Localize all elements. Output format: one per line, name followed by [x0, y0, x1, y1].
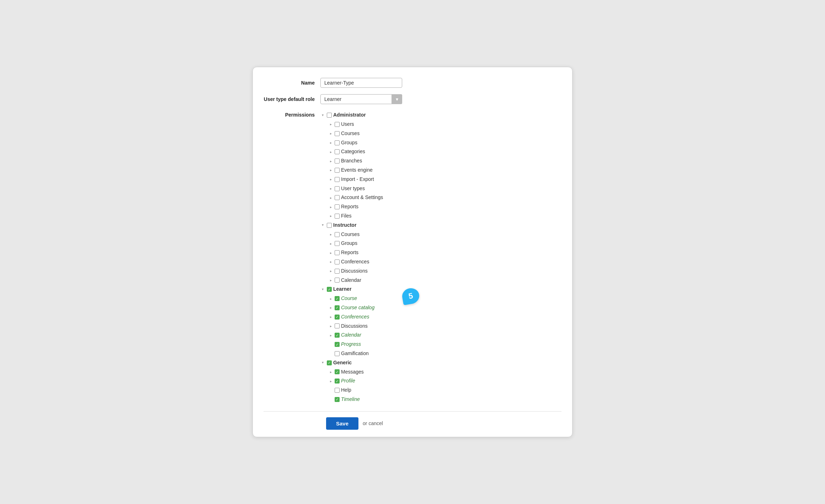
- courses-inst-checkbox[interactable]: [335, 232, 340, 237]
- help-checkbox[interactable]: [335, 388, 340, 393]
- calendar-learner-checkbox[interactable]: [335, 333, 340, 338]
- conferences-learner-checkbox[interactable]: [335, 315, 340, 320]
- gamification-checkbox[interactable]: [335, 351, 340, 356]
- admin-node[interactable]: Administrator: [320, 111, 561, 120]
- calendar-inst-checkbox[interactable]: [335, 278, 340, 283]
- progress-node[interactable]: Progress: [328, 340, 561, 349]
- branches-node[interactable]: Branches: [328, 156, 561, 166]
- footer-row: Save or cancel: [264, 417, 561, 430]
- course-catalog-label: Course catalog: [341, 304, 374, 312]
- branches-label: Branches: [341, 157, 362, 165]
- discussions-learner-node[interactable]: Discussions: [328, 322, 561, 331]
- conferences-inst-arrow-icon: [328, 259, 333, 264]
- reports-admin-node[interactable]: Reports: [328, 202, 561, 211]
- reports-inst-checkbox[interactable]: [335, 250, 340, 255]
- usertypes-node[interactable]: User types: [328, 184, 561, 193]
- help-node[interactable]: Help: [328, 386, 561, 395]
- courses-admin-checkbox[interactable]: [335, 131, 340, 136]
- calendar-inst-node[interactable]: Calendar: [328, 276, 561, 285]
- discussions-inst-label: Discussions: [341, 267, 368, 275]
- files-node[interactable]: Files: [328, 211, 561, 221]
- groups-admin-node[interactable]: Groups: [328, 138, 561, 148]
- generic-arrow-icon: [320, 360, 325, 365]
- profile-checkbox[interactable]: [335, 379, 340, 384]
- course-catalog-checkbox[interactable]: [335, 305, 340, 310]
- timeline-label: Timeline: [341, 395, 360, 404]
- discussions-inst-node[interactable]: Discussions: [328, 267, 561, 276]
- discussions-inst-checkbox[interactable]: [335, 269, 340, 274]
- course-catalog-node[interactable]: Course catalog: [328, 303, 561, 312]
- courses-admin-arrow-icon: [328, 131, 333, 136]
- progress-label: Progress: [341, 340, 361, 349]
- conferences-learner-node[interactable]: Conferences: [328, 312, 561, 322]
- categories-arrow-icon: [328, 149, 333, 154]
- generic-label: Generic: [333, 359, 352, 367]
- gamification-label: Gamification: [341, 349, 369, 358]
- reports-inst-node[interactable]: Reports: [328, 248, 561, 257]
- permissions-tree: Administrator Users Courses Groups Categ…: [320, 111, 561, 404]
- branches-checkbox[interactable]: [335, 159, 340, 163]
- help-label: Help: [341, 386, 351, 395]
- learner-node[interactable]: Learner: [320, 285, 561, 294]
- courses-inst-node[interactable]: Courses: [328, 230, 561, 239]
- generic-checkbox[interactable]: [327, 360, 332, 365]
- events-node[interactable]: Events engine: [328, 166, 561, 175]
- course-checkbox[interactable]: [335, 296, 340, 301]
- files-checkbox[interactable]: [335, 214, 340, 219]
- conferences-inst-label: Conferences: [341, 258, 369, 266]
- admin-children: Users Courses Groups Categories Branches…: [328, 120, 561, 221]
- role-label: User type default role: [264, 96, 320, 102]
- conferences-inst-checkbox[interactable]: [335, 259, 340, 264]
- generic-node[interactable]: Generic: [320, 358, 561, 368]
- import-export-node[interactable]: Import - Export: [328, 175, 561, 184]
- save-button[interactable]: Save: [326, 417, 358, 430]
- categories-node[interactable]: Categories: [328, 147, 561, 156]
- groups-inst-label: Groups: [341, 239, 357, 248]
- instructor-node[interactable]: Instructor: [320, 221, 561, 230]
- instructor-arrow-icon: [320, 223, 325, 228]
- learner-label: Learner: [333, 285, 351, 294]
- discussions-learner-checkbox[interactable]: [335, 323, 340, 328]
- groups-admin-arrow-icon: [328, 140, 333, 145]
- timeline-checkbox[interactable]: [335, 397, 340, 402]
- admin-label: Administrator: [333, 111, 366, 119]
- admin-checkbox[interactable]: [327, 113, 332, 118]
- usertypes-checkbox[interactable]: [335, 186, 340, 191]
- users-checkbox[interactable]: [335, 122, 340, 127]
- role-select-wrap: Learner Instructor Administrator: [320, 94, 402, 104]
- permissions-row: Permissions Administrator Users Courses …: [264, 111, 561, 404]
- account-settings-checkbox[interactable]: [335, 195, 340, 200]
- cancel-link[interactable]: or cancel: [363, 420, 383, 426]
- groups-inst-node[interactable]: Groups: [328, 239, 561, 248]
- learner-children: Course Course catalog Conferences Discus…: [328, 294, 561, 358]
- import-export-checkbox[interactable]: [335, 177, 340, 182]
- groups-admin-checkbox[interactable]: [335, 140, 340, 145]
- conferences-inst-node[interactable]: Conferences: [328, 257, 561, 267]
- role-select[interactable]: Learner Instructor Administrator: [320, 94, 402, 104]
- calendar-learner-node[interactable]: Calendar: [328, 331, 561, 340]
- instructor-label: Instructor: [333, 221, 356, 230]
- timeline-node[interactable]: Timeline: [328, 395, 561, 404]
- users-node[interactable]: Users: [328, 120, 561, 129]
- messages-node[interactable]: Messages: [328, 368, 561, 377]
- course-arrow-icon: [328, 296, 333, 301]
- account-settings-node[interactable]: Account & Settings: [328, 193, 561, 202]
- profile-node[interactable]: Profile: [328, 376, 561, 386]
- learner-checkbox[interactable]: [327, 287, 332, 292]
- groups-inst-checkbox[interactable]: [335, 241, 340, 246]
- messages-label: Messages: [341, 368, 364, 376]
- course-node[interactable]: Course: [328, 294, 561, 303]
- reports-inst-arrow-icon: [328, 250, 333, 255]
- main-window: Name User type default role Learner Inst…: [252, 67, 573, 437]
- calendar-learner-arrow-icon: [328, 333, 333, 338]
- gamification-node[interactable]: Gamification: [328, 349, 561, 358]
- events-checkbox[interactable]: [335, 168, 340, 173]
- progress-checkbox[interactable]: [335, 342, 340, 347]
- instructor-children: Courses Groups Reports Conferences Discu…: [328, 230, 561, 285]
- courses-admin-node[interactable]: Courses: [328, 129, 561, 138]
- reports-admin-checkbox[interactable]: [335, 204, 340, 209]
- name-input[interactable]: [320, 78, 402, 88]
- categories-checkbox[interactable]: [335, 149, 340, 154]
- instructor-checkbox[interactable]: [327, 223, 332, 228]
- messages-checkbox[interactable]: [335, 369, 340, 374]
